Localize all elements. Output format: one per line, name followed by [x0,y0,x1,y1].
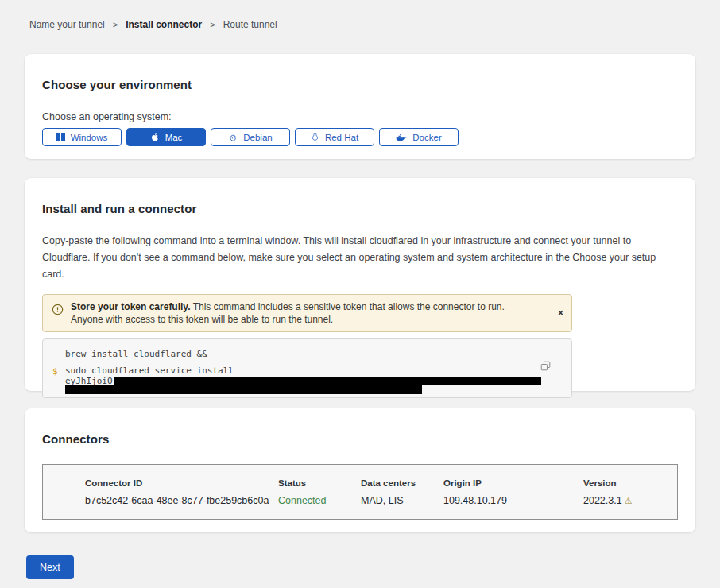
breadcrumb-name-your-tunnel[interactable]: Name your tunnel [29,19,105,30]
breadcrumb-separator: > [210,20,215,29]
install-connector-title: Install and run a connector [42,202,678,215]
connector-id-value: b7c52c42-6caa-48ee-8c77-fbe259cb6c0a [85,495,278,506]
token-redaction-bar [65,385,422,394]
version-value: 2022.3.1⚠ [583,495,677,506]
os-button-label: Mac [165,133,183,142]
windows-icon [56,133,65,141]
column-data-centers: Data centers MAD, LIS [361,478,443,506]
breadcrumb-separator: > [113,20,118,29]
redhat-icon [311,132,319,142]
code-line-token: eyJhIjoiO [65,377,559,385]
warning-triangle-icon: ⚠ [625,496,633,505]
breadcrumb-install-connector[interactable]: Install connector [126,19,202,30]
connectors-card: Connectors Connector ID b7c52c42-6caa-48… [25,408,695,532]
connectors-table: Connector ID b7c52c42-6caa-48ee-8c77-fbe… [42,464,678,520]
copy-icon[interactable] [540,361,551,373]
column-header: Status [278,478,361,488]
code-line-sudo: sudo cloudflared service install [65,366,559,376]
os-button-label: Docker [412,133,441,142]
column-connector-id: Connector ID b7c52c42-6caa-48ee-8c77-fbe… [85,478,278,506]
column-origin-ip: Origin IP 109.48.10.179 [443,478,583,506]
breadcrumb: Name your tunnel > Install connector > R… [0,0,720,30]
os-button-label: Debian [243,133,272,142]
os-button-debian[interactable]: Debian [211,128,290,146]
breadcrumb-route-tunnel[interactable]: Route tunnel [223,19,277,30]
os-button-mac[interactable]: Mac [126,128,206,146]
status-badge: Connected [278,495,361,506]
code-line-brew: brew install cloudflared && [65,349,559,359]
token-prefix: eyJhIjoiO [65,376,113,386]
debian-icon [228,133,238,142]
column-header: Origin IP [443,478,583,488]
origin-ip-value: 109.48.10.179 [443,495,583,506]
token-warning-banner: Store your token carefully. This command… [42,294,572,332]
token-warning-text: Store your token carefully. This command… [71,300,558,326]
os-button-windows[interactable]: Windows [42,128,122,146]
next-button[interactable]: Next [26,555,74,579]
os-button-label: Windows [71,133,108,142]
install-connector-description: Copy-paste the following command into a … [42,233,678,283]
environment-card: Choose your environment Choose an operat… [25,54,695,159]
connectors-title: Connectors [42,432,678,446]
column-header: Data centers [361,478,443,488]
install-connector-card: Install and run a connector Copy-paste t… [25,178,695,391]
install-command-code-block[interactable]: brew install cloudflared && $ sudo cloud… [42,338,572,398]
environment-card-title: Choose your environment [42,78,678,91]
info-icon [52,304,64,315]
close-icon[interactable]: × [558,308,563,319]
os-button-redhat[interactable]: Red Hat [295,128,374,146]
docker-icon [396,133,407,142]
token-redaction-bar [114,377,541,385]
shell-prompt: $ [52,366,58,377]
apple-icon [150,132,160,142]
data-centers-value: MAD, LIS [361,495,443,506]
column-version: Version 2022.3.1⚠ [583,478,677,506]
os-button-docker[interactable]: Docker [379,128,459,146]
os-button-label: Red Hat [325,133,358,142]
column-status: Status Connected [278,478,361,506]
os-select-label: Choose an operating system: [42,111,678,122]
token-warning-title: Store your token carefully. [71,301,191,312]
column-header: Version [583,478,677,488]
column-header: Connector ID [85,478,278,488]
os-button-group: Windows Mac Debian Red Hat Docker [42,128,678,146]
